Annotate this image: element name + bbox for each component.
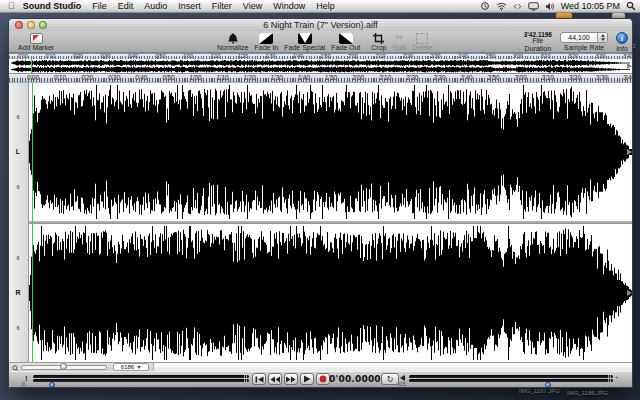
clipping-indicator: ! [25, 374, 28, 383]
zoom-scroll-bar: 6186 [9, 362, 632, 371]
overview-playhead[interactable] [31, 59, 32, 73]
displays-icon[interactable] [528, 2, 539, 11]
desktop: D IMG_1187.JPG IMG_1186.JPG  Sound Stud… [0, 0, 640, 400]
go-to-start-button[interactable] [252, 373, 266, 385]
menu-file[interactable]: File [92, 1, 107, 11]
playback-time-display: 0'00.0000 [329, 374, 381, 384]
sound-studio-window: 6 Night Train (7" Version).aiff Add Mark… [8, 18, 633, 388]
normalize-bell-icon [227, 32, 239, 44]
fast-forward-button[interactable] [284, 373, 298, 385]
right-channel-waveform[interactable] [29, 224, 632, 362]
duration-display: 3'42.1196 File Duration [524, 32, 552, 52]
menu-app[interactable]: Sound Studio [23, 1, 82, 11]
scale-label: 6 [9, 114, 27, 120]
output-level-meter-left [409, 375, 613, 378]
overview-waveform[interactable] [9, 59, 632, 74]
left-channel-waveform[interactable] [29, 83, 632, 221]
menu-help[interactable]: Help [316, 1, 335, 11]
split-button[interactable]: ✂ Split [393, 32, 407, 51]
scale-label: 6 [9, 255, 27, 261]
sample-rate-control: 44,100 Sample Rate [560, 32, 608, 51]
zoom-slider-thumb[interactable] [60, 363, 67, 370]
close-button[interactable] [15, 21, 23, 29]
meter-zero-label: 0 [22, 381, 25, 387]
chevron-down-icon [137, 366, 141, 369]
menu-audio[interactable]: Audio [144, 1, 167, 11]
stepper-icon[interactable] [597, 33, 607, 42]
waveform-plot [29, 83, 632, 362]
zoom-level-combo[interactable]: 6186 [113, 363, 149, 371]
play-button[interactable] [300, 373, 314, 385]
window-title: 6 Night Train (7" Version).aiff [263, 20, 378, 30]
normalize-button[interactable]: Normalize [217, 32, 249, 51]
playhead-cursor[interactable] [32, 83, 33, 362]
delete-selection-icon [416, 32, 428, 44]
end-of-file-arrow [627, 290, 632, 296]
spotlight-icon[interactable] [626, 1, 636, 11]
zoom-value: 6186 [121, 364, 134, 370]
output-level-meter-right [409, 379, 613, 382]
crop-icon [373, 32, 384, 44]
scissors-icon: ✂ [395, 32, 403, 44]
time-machine-icon[interactable] [480, 1, 490, 11]
end-of-file-arrow [627, 149, 632, 155]
fade-special-button[interactable]: Fade Special [284, 32, 325, 51]
menu-clock[interactable]: Wed 10:05 PM [561, 1, 620, 11]
zoom-button[interactable] [39, 21, 47, 29]
input-volume-thumb[interactable] [49, 382, 55, 388]
info-button[interactable]: i [616, 32, 628, 44]
menu-status-area: Wed 10:05 PM [480, 0, 636, 12]
marker-icon [30, 33, 43, 44]
crop-button[interactable]: Crop [371, 32, 386, 51]
record-button[interactable] [316, 373, 330, 385]
ruler-ticks [9, 78, 632, 82]
wifi-icon[interactable] [496, 2, 507, 11]
horizontal-scrollbar[interactable] [153, 363, 632, 371]
meter-plus-label: + [615, 374, 619, 380]
zoom-slider[interactable] [21, 365, 107, 370]
apple-menu-icon[interactable]:  [8, 1, 15, 11]
menu-insert[interactable]: Insert [178, 1, 201, 11]
scale-label: 6 [9, 325, 27, 331]
menu-bar:  Sound Studio File Edit Audio Insert Fi… [0, 0, 640, 13]
menu-filter[interactable]: Filter [212, 1, 232, 11]
output-volume-thumb[interactable] [545, 382, 551, 388]
time-ruler: 0'000'100'200'300'400'501'001'101'201'30… [9, 74, 632, 83]
toolbar: Add Marker Normalize Fade In [9, 31, 632, 53]
volume-icon[interactable] [545, 2, 555, 11]
menu-window[interactable]: Window [273, 1, 305, 11]
channel-gutter: 6 L 6 6 R 6 [9, 83, 29, 362]
overview-canvas[interactable] [11, 59, 630, 73]
scale-label: 6 [9, 184, 27, 190]
end-of-file-arrow [627, 63, 632, 69]
add-marker-button[interactable]: Add Marker [18, 32, 54, 51]
desktop-icon-label: IMG_1186.JPG [567, 390, 608, 396]
transport-bar: ! 0 0' [9, 371, 632, 388]
rewind-button[interactable] [268, 373, 282, 385]
window-controls [15, 21, 47, 29]
fade-in-button[interactable]: Fade In [255, 32, 279, 51]
fade-out-button[interactable]: Fade Out [331, 32, 360, 51]
minimize-button[interactable] [27, 21, 35, 29]
delete-button[interactable]: Delete [412, 32, 432, 51]
duration-unit: File [524, 38, 552, 44]
waveform-area: 6 L 6 6 R 6 [9, 83, 632, 362]
transport-buttons [252, 373, 330, 385]
info-control: i Info [616, 32, 628, 52]
input-level-meter-left [33, 375, 249, 378]
right-channel-label: R [9, 289, 27, 296]
output-volume-label: -0.5 [397, 381, 406, 387]
fade-special-icon [298, 32, 312, 44]
input-level-meter-right [33, 379, 249, 382]
bluetooth-icon[interactable] [513, 2, 522, 11]
left-channel-label: L [9, 148, 27, 155]
desktop-icon-label: IMG_1187.JPG [519, 388, 560, 394]
menu-view[interactable]: View [243, 1, 262, 11]
fade-in-icon [259, 32, 273, 44]
menu-edit[interactable]: Edit [118, 1, 134, 11]
title-bar[interactable]: 6 Night Train (7" Version).aiff [9, 19, 632, 31]
fade-out-icon [339, 32, 353, 44]
sample-rate-combo[interactable]: 44,100 [560, 32, 608, 43]
